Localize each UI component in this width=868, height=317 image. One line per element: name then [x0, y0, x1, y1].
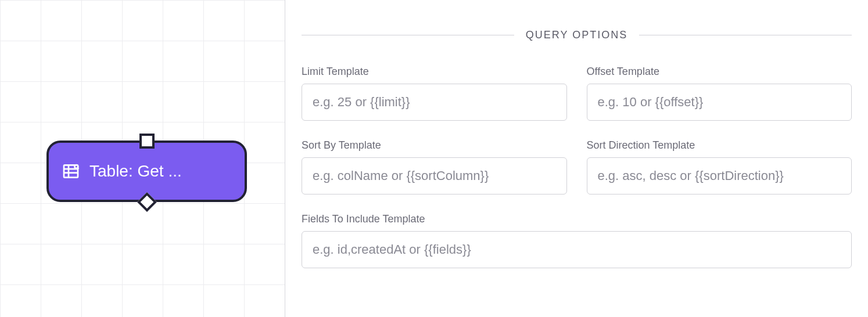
offset-template-field: Offset Template: [587, 66, 852, 121]
query-options-panel: QUERY OPTIONS Limit Template Offset Temp…: [285, 0, 868, 317]
offset-template-input[interactable]: [587, 84, 852, 121]
node-input-handle[interactable]: [139, 134, 155, 149]
limit-template-label: Limit Template: [302, 66, 567, 78]
node-output-handle[interactable]: [137, 192, 157, 212]
fields-include-template-field: Fields To Include Template: [302, 213, 852, 268]
sort-direction-template-input[interactable]: [587, 157, 852, 194]
fields-include-template-input[interactable]: [302, 231, 852, 268]
sort-direction-template-field: Sort Direction Template: [587, 139, 852, 194]
limit-template-field: Limit Template: [302, 66, 567, 121]
divider-right: [639, 35, 852, 35]
table-icon: [62, 162, 80, 181]
svg-line-5: [77, 168, 78, 169]
fields-include-template-label: Fields To Include Template: [302, 213, 852, 225]
workflow-canvas[interactable]: Table: Get ...: [0, 0, 285, 317]
section-title: QUERY OPTIONS: [514, 29, 639, 41]
sort-by-template-field: Sort By Template: [302, 139, 567, 194]
section-header: QUERY OPTIONS: [302, 29, 852, 41]
sort-direction-template-label: Sort Direction Template: [587, 139, 852, 152]
sort-by-template-label: Sort By Template: [302, 139, 567, 152]
table-get-node[interactable]: Table: Get ...: [46, 141, 247, 202]
sort-by-template-input[interactable]: [302, 157, 567, 194]
limit-template-input[interactable]: [302, 84, 567, 121]
node-label: Table: Get ...: [89, 162, 182, 181]
offset-template-label: Offset Template: [587, 66, 852, 78]
divider-left: [302, 35, 514, 35]
